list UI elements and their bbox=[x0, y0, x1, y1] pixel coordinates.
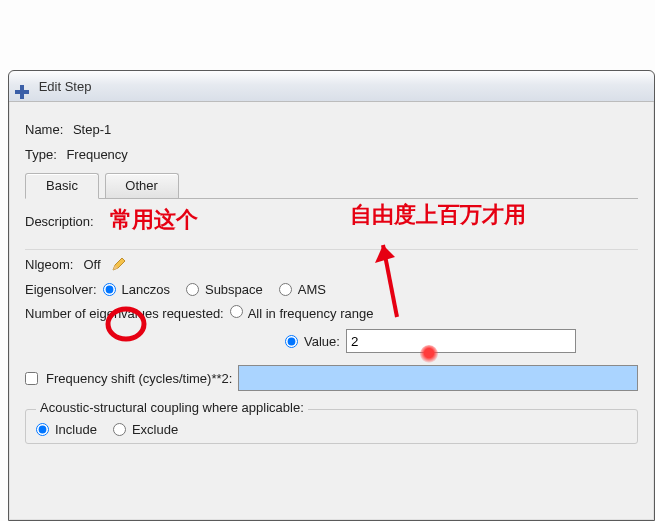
nlgeom-label: Nlgeom: bbox=[25, 257, 73, 272]
type-row: Type: Frequency bbox=[25, 147, 638, 162]
tab-other[interactable]: Other bbox=[105, 173, 179, 198]
title-bar[interactable]: Edit Step bbox=[9, 71, 654, 102]
type-label: Type: bbox=[25, 147, 57, 162]
num-eigen-value-row: Value: bbox=[25, 329, 638, 353]
eigensolver-subspace[interactable]: Subspace bbox=[186, 282, 263, 297]
acoustic-exclude-radio[interactable] bbox=[113, 423, 126, 436]
annotation-highlight-dot-icon bbox=[420, 345, 438, 363]
acoustic-include[interactable]: Include bbox=[36, 422, 97, 437]
num-eigen-value-radio[interactable] bbox=[285, 335, 298, 348]
num-eigen-row: Number of eigenvalues requested: All in … bbox=[25, 305, 638, 321]
eigensolver-lanczos[interactable]: Lanczos bbox=[103, 282, 170, 297]
acoustic-group-title: Acoustic-structural coupling where appli… bbox=[36, 401, 308, 415]
eigensolver-row: Eigensolver: Lanczos Subspace AMS bbox=[25, 282, 638, 297]
window-title: Edit Step bbox=[39, 79, 92, 94]
dialog-body: Name: Step-1 Type: Frequency Basic Other… bbox=[9, 102, 654, 444]
edit-step-dialog: Edit Step Name: Step-1 Type: Frequency B… bbox=[8, 70, 655, 521]
tab-strip: Basic Other bbox=[25, 172, 638, 199]
freq-shift-input[interactable] bbox=[238, 365, 638, 391]
name-value: Step-1 bbox=[73, 122, 111, 137]
num-eigen-value-input[interactable] bbox=[346, 329, 576, 353]
basic-panel: Description: Nlgeom: Off Eigensolver: La… bbox=[25, 199, 638, 444]
name-label: Name: bbox=[25, 122, 63, 137]
edit-pencil-icon[interactable] bbox=[111, 256, 127, 272]
eigensolver-label: Eigensolver: bbox=[25, 282, 97, 297]
num-eigen-all[interactable]: All in frequency range bbox=[230, 305, 374, 321]
type-value: Frequency bbox=[66, 147, 127, 162]
freq-shift-row: Frequency shift (cycles/time)**2: bbox=[25, 365, 638, 391]
name-row: Name: Step-1 bbox=[25, 122, 638, 137]
eigensolver-lanczos-radio[interactable] bbox=[103, 283, 116, 296]
freq-shift-checkbox[interactable] bbox=[25, 372, 38, 385]
eigensolver-subspace-radio[interactable] bbox=[186, 283, 199, 296]
num-eigen-all-radio[interactable] bbox=[230, 305, 243, 318]
freq-shift-label: Frequency shift (cycles/time)**2: bbox=[46, 371, 232, 386]
acoustic-exclude[interactable]: Exclude bbox=[113, 422, 178, 437]
nlgeom-row: Nlgeom: Off bbox=[25, 256, 638, 272]
description-label: Description: bbox=[25, 214, 94, 229]
acoustic-group: Acoustic-structural coupling where appli… bbox=[25, 409, 638, 444]
screenshot-canvas: Edit Step Name: Step-1 Type: Frequency B… bbox=[0, 0, 655, 521]
description-input[interactable] bbox=[100, 209, 638, 233]
tab-basic[interactable]: Basic bbox=[25, 173, 99, 199]
eigensolver-ams-radio[interactable] bbox=[279, 283, 292, 296]
eigensolver-ams[interactable]: AMS bbox=[279, 282, 326, 297]
num-eigen-label: Number of eigenvalues requested: bbox=[25, 306, 224, 321]
acoustic-options-row: Include Exclude bbox=[36, 422, 627, 437]
app-icon bbox=[15, 80, 29, 94]
num-eigen-value-option[interactable]: Value: bbox=[285, 334, 340, 349]
description-row: Description: bbox=[25, 209, 638, 250]
acoustic-include-radio[interactable] bbox=[36, 423, 49, 436]
nlgeom-value: Off bbox=[83, 257, 100, 272]
